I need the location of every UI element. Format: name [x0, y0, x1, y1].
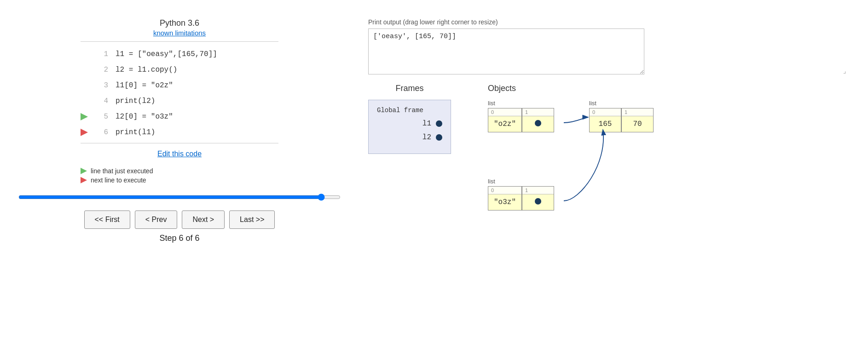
list1-value-0: "o2z" — [488, 116, 521, 132]
nav-buttons: << First < Prev Next > Last >> — [84, 210, 275, 229]
list2-cell-1: 1 70 — [621, 108, 654, 132]
global-frame-title: Global frame — [377, 107, 442, 114]
code-line-1: 1 l1 = ["oeasy",[165,70]] — [81, 46, 278, 62]
list1-index-1: 1 — [522, 108, 554, 116]
list3-cell-1: 1 — [522, 186, 554, 210]
legend-red: next line to execute — [81, 176, 278, 184]
global-frame-box: Global frame l1 l2 — [368, 100, 451, 154]
code-text-3: l1[0] = "o2z" — [116, 81, 173, 90]
list2-value-0: 165 — [590, 116, 621, 132]
legend-green: line that just executed — [81, 167, 278, 175]
line-num-3: 3 — [95, 81, 108, 90]
code-line-6: 6 print(l1) — [81, 125, 278, 140]
green-arrow-icon — [81, 113, 88, 120]
code-line-2: 2 l2 = l1.copy() — [81, 62, 278, 78]
frame-var-l2: l2 — [422, 133, 431, 142]
arrow-5-green — [81, 113, 93, 120]
arrow-6-red — [81, 129, 93, 136]
list3-container: list 0 "o3z" 1 — [488, 178, 554, 210]
objects-section: Objects list 0 "o2z" 1 — [488, 84, 810, 265]
list3-label: list — [488, 178, 554, 185]
python-version: Python 3.6 — [160, 18, 199, 28]
list2-label: list — [589, 100, 654, 107]
legend-red-arrow-icon — [81, 177, 87, 183]
list2-value-1: 70 — [622, 116, 653, 132]
step-slider[interactable] — [18, 194, 341, 200]
list3-index-0: 0 — [488, 187, 521, 194]
code-top-divider — [81, 41, 278, 42]
list3-index-1: 1 — [522, 187, 554, 194]
list2-container: list 0 165 1 70 — [589, 100, 654, 132]
list2-index-0: 0 — [590, 108, 621, 116]
list2-cells: 0 165 1 70 — [589, 108, 654, 132]
line-num-6: 6 — [95, 128, 108, 136]
legend-red-label: next line to execute — [91, 176, 146, 184]
print-output-label: Print output (drag lower right corner to… — [368, 18, 850, 26]
last-button[interactable]: Last >> — [229, 210, 275, 229]
list2-index-1: 1 — [622, 108, 653, 116]
line-num-1: 1 — [95, 50, 108, 58]
red-arrow-icon — [81, 129, 88, 136]
code-area: 1 l1 = ["oeasy",[165,70]] 2 l2 = l1.copy… — [81, 46, 278, 140]
frames-section: Frames Global frame l1 l2 — [368, 84, 451, 265]
list3-value-1 — [522, 194, 554, 208]
list1-value-1 — [522, 116, 554, 130]
legend-green-label: line that just executed — [91, 167, 153, 175]
frame-pointer-l1 — [436, 120, 442, 127]
diagram-wrapper: list 0 "o2z" 1 — [488, 100, 810, 265]
frame-row-l1: l1 — [377, 119, 442, 128]
code-text-5: l2[0] = "o3z" — [116, 113, 173, 121]
frame-pointer-l2 — [436, 134, 442, 141]
code-bottom-divider — [81, 143, 278, 143]
known-limitations-link[interactable]: known limitations — [153, 29, 206, 37]
list1-index-0: 0 — [488, 108, 521, 116]
line-num-4: 4 — [95, 97, 108, 105]
step-label: Step 6 of 6 — [159, 233, 199, 243]
print-output-value: ['oeasy', [165, 70]] — [373, 33, 456, 40]
list1-cell-0: 0 "o2z" — [488, 108, 522, 132]
list3-pointer-1 — [535, 198, 541, 205]
code-text-2: l2 = l1.copy() — [116, 66, 177, 74]
resize-handle-icon[interactable]: ⌟ — [843, 68, 849, 74]
legend: line that just executed next line to exe… — [81, 167, 278, 186]
list1-pointer-1 — [535, 120, 541, 126]
first-button[interactable]: << First — [84, 210, 130, 229]
edit-code-link[interactable]: Edit this code — [157, 150, 202, 158]
print-output-box: ['oeasy', [165, 70]] — [368, 28, 644, 74]
code-text-6: print(l1) — [116, 128, 155, 136]
line-num-5: 5 — [95, 113, 108, 121]
list3-cells: 0 "o3z" 1 — [488, 186, 554, 210]
list3-value-0: "o3z" — [488, 194, 521, 210]
frames-title: Frames — [395, 84, 423, 93]
code-line-4: 4 print(l2) — [81, 93, 278, 109]
code-line-3: 3 l1[0] = "o2z" — [81, 78, 278, 93]
legend-green-arrow-icon — [81, 168, 87, 174]
frames-objects-container: Frames Global frame l1 l2 Objects — [368, 84, 850, 265]
list1-cells: 0 "o2z" 1 — [488, 108, 554, 132]
slider-container — [18, 194, 341, 202]
frame-row-l2: l2 — [377, 133, 442, 142]
list3-cell-0: 0 "o3z" — [488, 186, 522, 210]
list1-container: list 0 "o2z" 1 — [488, 100, 554, 132]
arrow-list1-to-list2 — [564, 117, 588, 123]
arrow-list3-to-list2 — [564, 130, 603, 201]
list2-cell-0: 0 165 — [589, 108, 621, 132]
code-text-1: l1 = ["oeasy",[165,70]] — [116, 50, 217, 58]
objects-title: Objects — [488, 84, 516, 93]
code-text-4: print(l2) — [116, 97, 155, 105]
prev-button[interactable]: < Prev — [135, 210, 178, 229]
frame-var-l1: l1 — [422, 119, 431, 128]
next-button[interactable]: Next > — [182, 210, 225, 229]
line-num-2: 2 — [95, 66, 108, 74]
list1-cell-1: 1 — [522, 108, 554, 132]
list1-label: list — [488, 100, 554, 107]
code-line-5: 5 l2[0] = "o3z" — [81, 109, 278, 125]
